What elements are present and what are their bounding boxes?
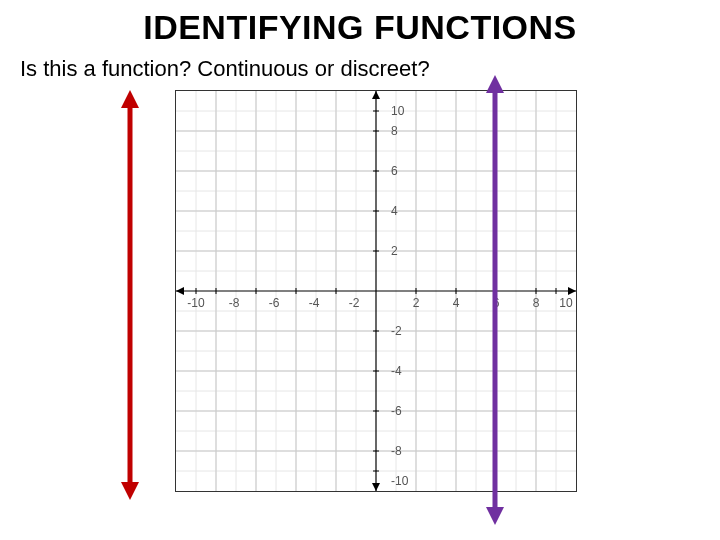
vertical-arrow-red bbox=[121, 90, 139, 500]
svg-marker-82 bbox=[486, 75, 504, 93]
grid-svg: -10 -8 -6 -4 -2 2 4 6 8 10 10 8 6 4 2 -2… bbox=[176, 91, 576, 491]
x-tick: 2 bbox=[413, 296, 420, 310]
x-tick: -10 bbox=[187, 296, 205, 310]
vertical-arrow-purple bbox=[486, 75, 504, 525]
y-tick: -2 bbox=[391, 324, 402, 338]
x-tick: -2 bbox=[349, 296, 360, 310]
x-tick: -6 bbox=[269, 296, 280, 310]
svg-marker-59 bbox=[372, 91, 380, 99]
svg-marker-83 bbox=[486, 507, 504, 525]
y-tick: -10 bbox=[391, 474, 409, 488]
slide: IDENTIFYING FUNCTIONS Is this a function… bbox=[0, 0, 720, 540]
x-tick: -4 bbox=[309, 296, 320, 310]
x-tick: 8 bbox=[533, 296, 540, 310]
svg-marker-57 bbox=[568, 287, 576, 295]
x-tick: 10 bbox=[559, 296, 573, 310]
y-tick: 6 bbox=[391, 164, 398, 178]
page-title: IDENTIFYING FUNCTIONS bbox=[0, 8, 720, 47]
svg-marker-1 bbox=[121, 90, 139, 108]
y-tick: 10 bbox=[391, 104, 405, 118]
y-tick: 8 bbox=[391, 124, 398, 138]
y-tick: -4 bbox=[391, 364, 402, 378]
x-tick: 4 bbox=[453, 296, 460, 310]
x-tick: -8 bbox=[229, 296, 240, 310]
y-tick: -6 bbox=[391, 404, 402, 418]
y-tick: 2 bbox=[391, 244, 398, 258]
coordinate-plane: -10 -8 -6 -4 -2 2 4 6 8 10 10 8 6 4 2 -2… bbox=[175, 90, 577, 492]
question-text: Is this a function? Continuous or discre… bbox=[20, 56, 430, 82]
y-tick: 4 bbox=[391, 204, 398, 218]
svg-marker-58 bbox=[176, 287, 184, 295]
svg-marker-2 bbox=[121, 482, 139, 500]
y-tick: -8 bbox=[391, 444, 402, 458]
svg-marker-60 bbox=[372, 483, 380, 491]
